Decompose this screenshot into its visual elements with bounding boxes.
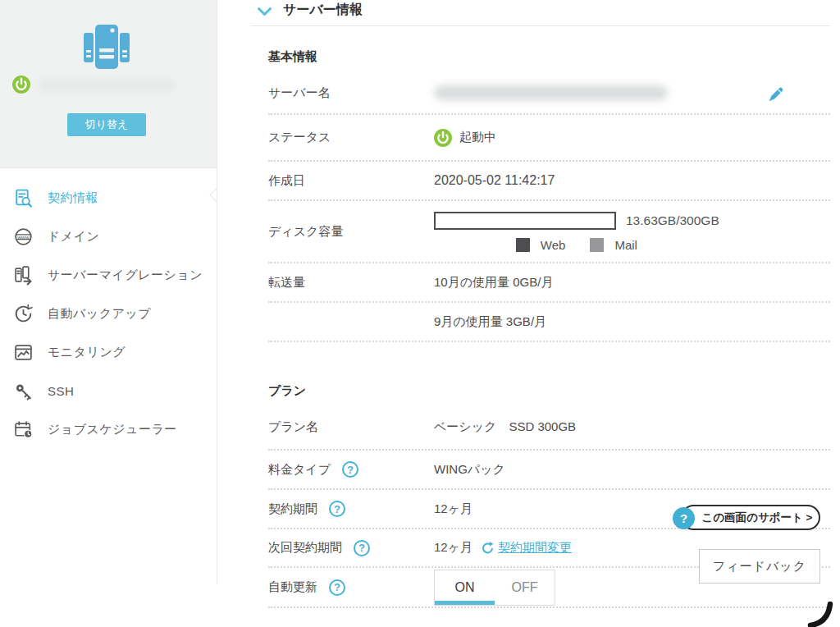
help-icon[interactable]: ? [342, 461, 358, 478]
sidebar-item-job-scheduler[interactable]: ジョブスケジューラー [0, 410, 217, 449]
auto-renew-toggle: ON OFF [434, 570, 555, 606]
power-status-icon [12, 76, 30, 94]
server-name-blurred [39, 79, 175, 91]
disk-legend: Web Mail [516, 238, 637, 252]
disk-capacity-label: ディスク容量 [268, 224, 434, 240]
edit-pencil-icon[interactable] [766, 84, 787, 107]
sidebar-item-server-migration[interactable]: サーバーマイグレーション [0, 256, 217, 295]
transfer-label: 転送量 [268, 275, 434, 291]
auto-renew-label: 自動更新 [268, 579, 317, 595]
row-disk-capacity: ディスク容量 13.63GB/300GB Web Mail [268, 201, 830, 263]
sidebar-item-contract-info[interactable]: 契約情報 [0, 179, 217, 217]
contract-info-icon [12, 188, 34, 209]
migration-icon [12, 265, 34, 286]
help-icon[interactable]: ? [354, 540, 370, 556]
price-type-label: 料金タイプ [268, 462, 331, 478]
row-plan-name: プラン名 ベーシック SSD 300GB [268, 405, 830, 451]
transfer-previous-value: 9月の使用量 3GB/月 [434, 314, 546, 330]
server-icon [80, 23, 133, 76]
support-question-icon: ? [673, 507, 695, 529]
ssh-key-icon [12, 381, 34, 402]
created-date-label: 作成日 [268, 173, 434, 189]
toggle-selected-indicator [435, 601, 495, 605]
sidebar-item-label: サーバーマイグレーション [48, 268, 203, 283]
feedback-button[interactable]: フィードバック [699, 549, 820, 584]
sidebar-menu: 契約情報 www ドメイン サーバーマイグレーション [0, 168, 217, 449]
server-panel: 切り替え [0, 0, 217, 168]
sidebar-item-ssh[interactable]: SSH [0, 372, 217, 410]
support-button-label: この画面のサポート > [701, 510, 812, 525]
sidebar: 切り替え 契約情報 www ドメイン [0, 0, 217, 627]
sidebar-item-label: 契約情報 [48, 190, 98, 206]
plan-heading: プラン [268, 383, 830, 400]
domain-globe-icon: www [12, 227, 34, 248]
screen-support-button[interactable]: ? この画面のサポート > [681, 505, 820, 530]
status-value: 起動中 [459, 130, 496, 145]
next-contract-value: 12ヶ月 [434, 540, 472, 556]
sidebar-item-monitoring[interactable]: モニタリング [0, 333, 217, 372]
switch-server-button[interactable]: 切り替え [67, 113, 146, 136]
legend-web-swatch [516, 238, 530, 252]
main-content: サーバー情報 基本情報 サーバー名 ステータス [217, 0, 840, 627]
row-price-type: 料金タイプ ? WINGパック [268, 451, 830, 490]
toggle-off-option[interactable]: OFF [495, 570, 555, 605]
server-name-label: サーバー名 [268, 85, 434, 101]
price-type-value: WINGパック [434, 462, 505, 478]
transfer-current-value: 10月の使用量 0GB/月 [434, 275, 553, 291]
row-transfer-previous: 9月の使用量 3GB/月 [268, 303, 830, 342]
sidebar-item-label: SSH [48, 384, 74, 398]
help-icon[interactable]: ? [329, 579, 345, 596]
help-icon[interactable]: ? [329, 501, 345, 517]
legend-web-label: Web [541, 238, 566, 252]
row-status: ステータス 起動中 [268, 115, 830, 162]
corner-curve-mark [807, 602, 840, 627]
disk-usage-bar [434, 212, 616, 230]
sidebar-item-label: 自動バックアップ [48, 306, 151, 322]
row-created-date: 作成日 2020-05-02 11:42:17 [268, 162, 830, 201]
next-contract-label: 次回契約期間 [268, 540, 342, 556]
plan-name-value: ベーシック SSD 300GB [434, 419, 576, 435]
sidebar-item-label: モニタリング [48, 345, 126, 360]
created-date-value: 2020-05-02 11:42:17 [434, 173, 555, 188]
svg-text:www: www [16, 235, 30, 240]
sidebar-item-label: ジョブスケジューラー [48, 422, 177, 437]
section-header: サーバー情報 [250, 0, 830, 26]
refresh-icon [481, 541, 495, 555]
monitoring-chart-icon [12, 342, 34, 364]
toggle-on-option[interactable]: ON [435, 570, 495, 605]
plan-name-label: プラン名 [268, 419, 434, 435]
row-server-name: サーバー名 [268, 72, 830, 115]
server-name-value-blurred [434, 85, 668, 100]
sidebar-item-domain[interactable]: www ドメイン [0, 217, 217, 256]
disk-usage-text: 13.63GB/300GB [626, 213, 719, 228]
contract-period-value: 12ヶ月 [434, 501, 472, 517]
page-title: サーバー情報 [283, 2, 363, 19]
chevron-down-icon[interactable] [257, 6, 272, 21]
legend-mail-label: Mail [614, 238, 637, 252]
status-label: ステータス [268, 130, 434, 145]
basic-info-heading: 基本情報 [268, 49, 830, 66]
status-power-icon [434, 129, 452, 147]
change-contract-period-link[interactable]: 契約期間変更 [498, 540, 572, 556]
contract-period-label: 契約期間 [268, 501, 317, 517]
row-transfer-current: 転送量 10月の使用量 0GB/月 [268, 263, 830, 303]
backup-history-icon [12, 304, 34, 325]
sidebar-item-auto-backup[interactable]: 自動バックアップ [0, 295, 217, 333]
job-scheduler-icon [12, 419, 34, 441]
legend-mail-swatch [590, 238, 604, 252]
sidebar-item-label: ドメイン [48, 229, 99, 245]
